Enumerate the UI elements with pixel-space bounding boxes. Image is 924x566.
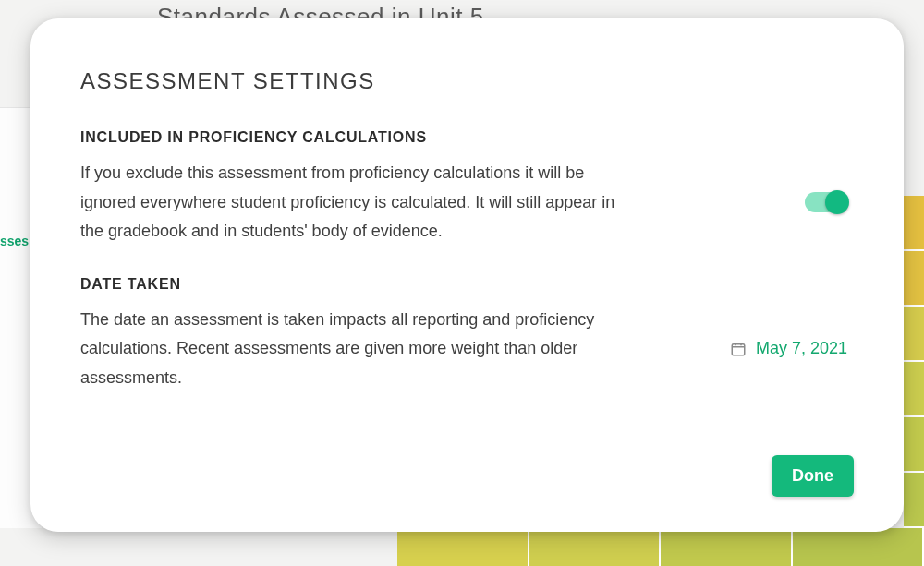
calendar-icon [730, 341, 747, 357]
done-button[interactable]: Done [772, 455, 854, 497]
section-title-proficiency: Included in Proficiency Calculations [80, 129, 854, 146]
section-title-date: Date Taken [80, 276, 854, 293]
bg-heat-column [904, 196, 924, 528]
toggle-knob [825, 190, 849, 214]
date-description: The date an assessment is taken impacts … [80, 306, 635, 393]
proficiency-description: If you exclude this assessment from prof… [80, 159, 635, 247]
bg-heat-row [397, 528, 924, 566]
assessment-settings-modal: Assessment Settings Included in Proficie… [30, 18, 904, 532]
modal-title: Assessment Settings [80, 68, 854, 94]
include-in-proficiency-toggle[interactable] [805, 192, 847, 212]
svg-rect-0 [732, 344, 745, 355]
bg-sidebar-text-fragment: sses [0, 234, 29, 248]
date-taken-picker[interactable]: May 7, 2021 [756, 339, 847, 358]
